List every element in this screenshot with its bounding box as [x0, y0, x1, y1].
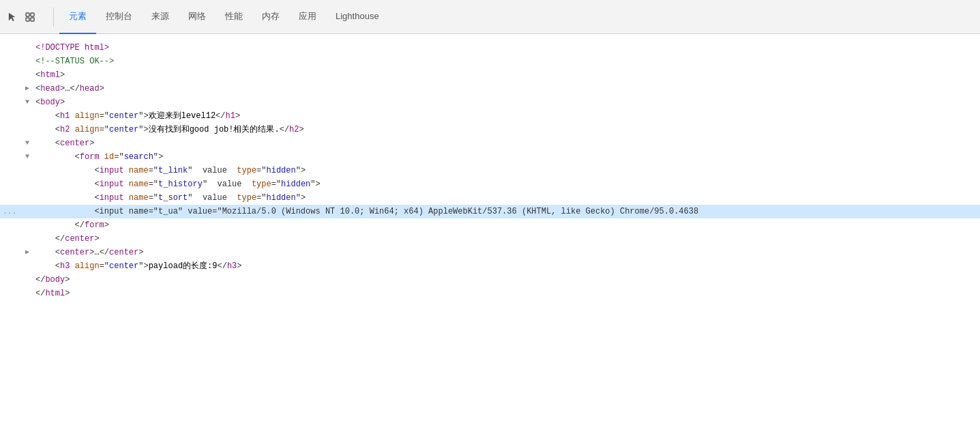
tabs-container: 元素控制台来源网络性能内存应用Lighthouse — [59, 0, 389, 34]
tab-lighthouse[interactable]: Lighthouse — [326, 0, 389, 34]
line-content: </html> — [33, 287, 70, 300]
code-line: </html> — [0, 287, 980, 300]
code-line: <h3 align="center">payload的长度:9</h3> — [0, 259, 980, 273]
line-content: <head>…</head> — [33, 83, 104, 95]
code-line: ▼ <center> — [0, 136, 980, 150]
expand-triangle[interactable]: ▼ — [22, 151, 33, 163]
code-line: ▶ <center>…</center> — [0, 246, 980, 259]
line-content: <h1 align="center">欢迎来到level12</h1> — [33, 110, 240, 122]
code-line: <input name="t_sort" value type="hidden"… — [0, 191, 980, 205]
code-line: <h1 align="center">欢迎来到level12</h1> — [0, 109, 980, 123]
inspect-icon[interactable] — [23, 10, 37, 24]
code-line: <html> — [0, 68, 980, 82]
cursor-icon[interactable] — [5, 10, 19, 24]
line-content: <body> — [33, 96, 65, 109]
line-content: <!--STATUS OK--> — [33, 55, 114, 68]
tab-console[interactable]: 控制台 — [96, 0, 142, 34]
line-content: <input name="t_sort" value type="hidden"… — [33, 192, 306, 204]
line-content: <center> — [33, 137, 94, 149]
expand-triangle[interactable]: ▶ — [22, 83, 33, 95]
tab-performance[interactable]: 性能 — [216, 0, 252, 34]
svg-rect-3 — [31, 18, 34, 21]
tab-memory[interactable]: 内存 — [252, 0, 289, 34]
code-line: </center> — [0, 232, 980, 246]
code-line: <!--STATUS OK--> — [0, 55, 980, 68]
expand-triangle[interactable]: ▼ — [22, 96, 33, 109]
code-area: <!DOCTYPE html><!--STATUS OK--><html>▶<h… — [0, 34, 980, 444]
tab-application[interactable]: 应用 — [289, 0, 326, 34]
tab-elements[interactable]: 元素 — [59, 0, 96, 34]
expand-triangle[interactable]: ▼ — [22, 137, 33, 149]
toolbar-separator — [53, 8, 54, 27]
svg-rect-1 — [31, 13, 34, 16]
line-content: </form> — [33, 219, 109, 231]
svg-rect-2 — [26, 18, 29, 21]
line-content: <input name="t_link" value type="hidden"… — [33, 164, 306, 177]
code-lines: <!DOCTYPE html><!--STATUS OK--><html>▶<h… — [0, 41, 980, 300]
svg-rect-0 — [26, 13, 29, 16]
code-line: <input name="t_history" value type="hidd… — [0, 177, 980, 191]
line-content: <form id="search"> — [33, 151, 163, 163]
code-line: <input name="t_link" value type="hidden"… — [0, 164, 980, 177]
code-line: ▶<head>…</head> — [0, 82, 980, 96]
code-line[interactable]: ... <input name="t_ua" value="Mozilla/5.… — [0, 205, 980, 218]
tab-network[interactable]: 网络 — [179, 0, 216, 34]
code-line: </body> — [0, 273, 980, 287]
tab-sources[interactable]: 来源 — [142, 0, 179, 34]
code-line: ▼<body> — [0, 96, 980, 109]
toolbar-icons — [5, 10, 37, 24]
line-content: <h3 align="center">payload的长度:9</h3> — [33, 260, 242, 272]
code-line: </form> — [0, 218, 980, 232]
line-content: </body> — [33, 274, 70, 286]
line-content: <input name="t_history" value type="hidd… — [33, 178, 321, 190]
line-content: <center>…</center> — [33, 246, 143, 259]
line-content: <html> — [33, 69, 65, 81]
line-content: </center> — [33, 233, 100, 245]
code-line: <h2 align="center">没有找到和good job!相关的结果.<… — [0, 123, 980, 136]
code-line: ▼ <form id="search"> — [0, 150, 980, 164]
line-content: <input name="t_ua" value="Mozilla/5.0 (W… — [33, 205, 698, 218]
line-content: <h2 align="center">没有找到和good job!相关的结果.<… — [33, 124, 304, 136]
expand-triangle[interactable]: ▶ — [22, 246, 33, 259]
line-gutter: ... — [0, 205, 22, 218]
devtools-toolbar: 元素控制台来源网络性能内存应用Lighthouse — [0, 0, 980, 34]
line-content: <!DOCTYPE html> — [33, 42, 109, 54]
code-line: <!DOCTYPE html> — [0, 41, 980, 55]
